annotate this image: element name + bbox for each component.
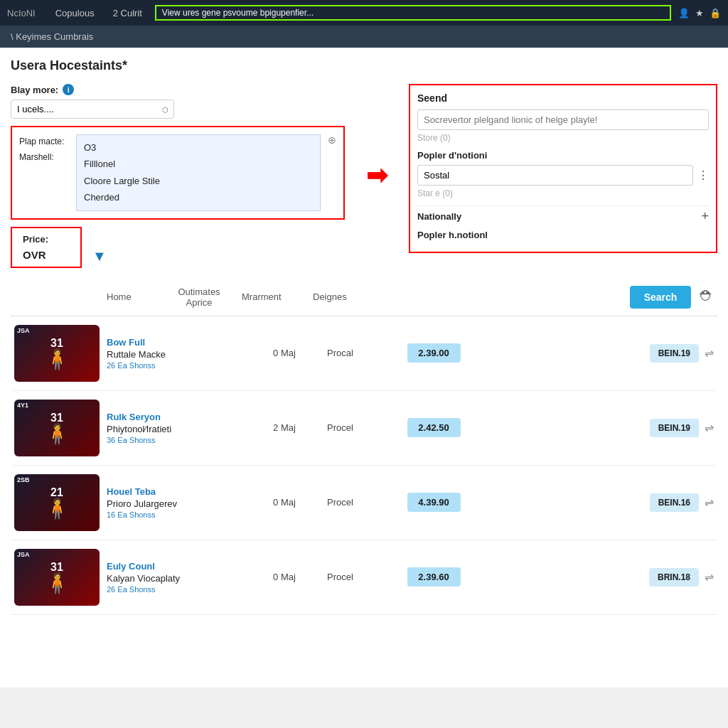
- user-icon[interactable]: 👤: [678, 8, 690, 18]
- player-card-1: 4Y1 31 🧍: [14, 400, 100, 456]
- filters-row: Blay more: i I ucels.... Plap macte: Mar…: [11, 84, 717, 268]
- row-price-2: 4.39.90: [407, 493, 461, 512]
- row-meta-1: 36 Ea Shonss: [107, 436, 242, 444]
- plap-list[interactable]: O3 Filllonel Cloore Largle Stile Cherded: [76, 134, 321, 211]
- popler-label: Popler d'notioni: [417, 150, 709, 161]
- card-badge-0: JSA: [17, 328, 30, 334]
- card-num-3: 31: [50, 561, 63, 574]
- red-arrow: ➡: [366, 161, 387, 191]
- breadcrumb: \ Keyimes Cumbrais: [0, 26, 728, 48]
- store-label: Store (0): [417, 133, 709, 143]
- row-meta-0: 26 Ea Shonss: [107, 361, 242, 370]
- price-ovr-row: Price: OVR ▼: [11, 227, 345, 268]
- card-badge-3: JSA: [17, 552, 30, 558]
- seend-input[interactable]: [417, 109, 709, 130]
- row-meta-3: 26 Ea Shonss: [107, 585, 242, 594]
- player-card-2: 2SB 21 🧍: [14, 474, 100, 531]
- price-label: Price:: [23, 234, 70, 245]
- eq-icon-2[interactable]: ⇌: [705, 496, 714, 509]
- blay-more-select[interactable]: I ucels....: [11, 100, 174, 119]
- nav-item-culrit[interactable]: 2 Culrit: [107, 8, 148, 18]
- row-info-2: Houel Teba Prioro Julargerev 16 Ea Shons…: [100, 486, 242, 519]
- card-num-1: 31: [50, 412, 63, 424]
- row-subname-0: Ruttale Macke: [107, 349, 242, 360]
- row-action-2: BEIN.16 ⇌: [650, 493, 714, 512]
- table-row: 4Y1 31 🧍 Rulk Seryon Phiytonol∕Iratieti …: [11, 391, 717, 466]
- price-box: Price: OVR: [11, 227, 82, 268]
- star-icon[interactable]: ★: [695, 8, 704, 18]
- helmet-icon[interactable]: ⛑: [700, 288, 714, 304]
- th-mrarment: Mrarment: [242, 291, 313, 302]
- dropdown-arrow[interactable]: ▼: [92, 227, 107, 268]
- table-row: JSA 31 🧍 Bow Full Ruttale Macke 26 Ea Sh…: [11, 316, 717, 391]
- card-figure-0: 🧍: [45, 350, 70, 370]
- breadcrumb-text: \ Keyimes Cumbrais: [11, 31, 93, 42]
- row-info-0: Bow Full Ruttale Macke 26 Ea Shonss: [100, 337, 242, 370]
- row-subname-1: Phiytonol∕Iratieti: [107, 424, 242, 434]
- nav-highlight[interactable]: View ures gene psvoume bpigupenfier...: [155, 5, 671, 21]
- th-search: Search ⛑: [630, 286, 714, 309]
- search-button[interactable]: Search: [630, 286, 692, 309]
- nationally-plus-button[interactable]: +: [701, 209, 709, 224]
- plap-item-3[interactable]: Cherded: [84, 189, 313, 205]
- dots-button[interactable]: ⋮: [697, 168, 709, 182]
- row-name-0[interactable]: Bow Full: [107, 337, 242, 348]
- row-name-1[interactable]: Rulk Seryon: [107, 412, 242, 422]
- action-btn-2[interactable]: BEIN.16: [650, 493, 699, 512]
- plap-item-2[interactable]: Cloore Largle Stile: [84, 173, 313, 189]
- right-filters: Seend Store (0) Popler d'notioni ⋮ Star …: [409, 84, 717, 268]
- th-deignes: Deignes: [313, 291, 384, 302]
- row-mrarment-1: Procel: [327, 422, 398, 433]
- card-figure-2: 🧍: [45, 499, 70, 519]
- row-mrarment-2: Procel: [327, 497, 398, 508]
- popler-h-label: Popler h.notionl: [417, 230, 709, 240]
- price-value: OVR: [23, 249, 70, 261]
- row-name-2[interactable]: Houel Teba: [107, 486, 242, 497]
- row-mrarment-3: Procel: [327, 572, 398, 582]
- row-action-1: BEIN.19 ⇌: [650, 419, 714, 437]
- plap-item-1[interactable]: Filllonel: [84, 156, 313, 172]
- action-btn-1[interactable]: BEIN.19: [650, 419, 699, 437]
- eq-icon-0[interactable]: ⇌: [705, 346, 714, 360]
- row-name-3[interactable]: Euly Counl: [107, 561, 242, 572]
- action-btn-3[interactable]: BRIN.18: [649, 568, 699, 587]
- row-deignes-0: 2.39.00: [398, 343, 469, 363]
- eq-icon-3[interactable]: ⇌: [705, 570, 714, 584]
- action-btn-0[interactable]: BEIN.19: [650, 344, 699, 363]
- table-header: Home Outimates Aprice Mrarment Deignes S…: [11, 279, 717, 316]
- blay-more-label: Blay more: i: [11, 84, 345, 95]
- nationally-row: Nationally +: [417, 205, 709, 227]
- row-price-1: 2.42.50: [407, 418, 461, 437]
- info-icon: i: [63, 84, 74, 95]
- nationally-label: Nationally: [417, 211, 461, 222]
- row-info-1: Rulk Seryon Phiytonol∕Iratieti 36 Ea Sho…: [100, 412, 242, 444]
- row-outimates-3: 0 Maj: [242, 572, 327, 582]
- nav-icons: 👤 ★ 🔒: [678, 8, 721, 18]
- card-figure-1: 🧍: [45, 424, 70, 444]
- row-subname-3: Kalyan Viocaplaty: [107, 573, 242, 584]
- plap-macte-box: Plap macte: Marshell: O3 Filllonel Cloor…: [11, 126, 345, 220]
- th-home: Home: [14, 291, 156, 302]
- top-nav: NcIoNI Copulous 2 Culrit View ures gene …: [0, 0, 728, 26]
- plap-item-0[interactable]: O3: [84, 139, 313, 156]
- nav-item-copulous[interactable]: Copulous: [50, 8, 100, 18]
- row-price-0: 2.39.00: [407, 343, 461, 363]
- row-info-3: Euly Counl Kalyan Viocaplaty 26 Ea Shons…: [100, 561, 242, 594]
- row-mrarment-0: Procal: [327, 348, 398, 358]
- card-num-0: 31: [50, 337, 63, 350]
- nav-logo: NcIoNI: [7, 8, 36, 18]
- lock-icon[interactable]: 🔒: [710, 8, 721, 18]
- blay-more-select-wrapper: I ucels....: [11, 100, 174, 119]
- main-content: Usera Hocestaints* Blay more: i I ucels.…: [0, 48, 728, 687]
- row-deignes-1: 2.42.50: [398, 418, 469, 437]
- popler-input-row: ⋮: [417, 165, 709, 186]
- eq-icon-1[interactable]: ⇌: [705, 421, 714, 434]
- row-meta-2: 16 Ea Shonss: [107, 510, 242, 519]
- popler-input[interactable]: [417, 165, 693, 186]
- row-price-3: 2.39.60: [407, 567, 461, 587]
- plap-pin-icon[interactable]: ⊕: [328, 134, 336, 146]
- plap-label: Plap macte: Marshell:: [19, 134, 69, 165]
- card-figure-3: 🧍: [45, 574, 70, 594]
- arrow-container: ➡: [359, 84, 395, 268]
- row-deignes-3: 2.39.60: [398, 567, 469, 587]
